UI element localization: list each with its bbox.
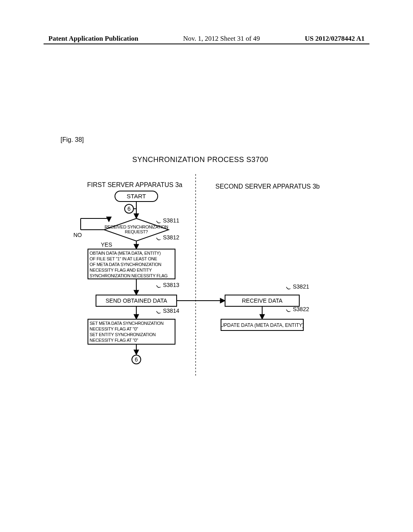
setflags-l1: SET META DATA SYNCHRONIZATION	[90, 321, 164, 326]
label-s3821: S3821	[293, 283, 309, 290]
no-label: NO	[73, 232, 82, 238]
decision-line2: REQUEST?	[125, 229, 148, 234]
label-s3814: S3814	[163, 308, 179, 314]
process-title: SYNCHRONIZATION PROCESS S3700	[132, 156, 268, 164]
connector-6-bottom: 6	[135, 356, 138, 363]
label-s3812: S3812	[163, 234, 179, 241]
decision-line1: RECEIVED SYNCHRONIZATION	[104, 224, 168, 229]
update-box: UPDATE DATA (META DATA, ENTITY)	[221, 322, 304, 328]
obtain-l4: NECESSITY FLAG AND ENTITY	[90, 268, 152, 272]
header-center: Nov. 1, 2012 Sheet 31 of 49	[183, 35, 260, 43]
connector-6-top: 6	[127, 206, 131, 212]
flowchart: START 6 RECEIVED SYNCHRONIZATION REQUEST…	[60, 174, 351, 389]
start-node: START	[127, 193, 146, 200]
header-rule	[44, 44, 369, 44]
obtain-l5: SYNCHRONIZATION NECESSITY FLAG	[90, 273, 168, 278]
setflags-l2: NECESSITY FLAG AT "0"	[90, 326, 138, 331]
figure-label: [Fig. 38]	[60, 136, 84, 143]
setflags-l3: SET ENTITY SYNCHRONIZATION	[90, 332, 156, 337]
obtain-l2: OF FILE SET "1" IN AT LEAST ONE	[90, 256, 157, 261]
header-right: US 2012/0278442 A1	[305, 35, 365, 43]
obtain-l1: OBTAIN DATA (META DATA, ENTITY)	[90, 251, 161, 256]
send-box: SEND OBTAINED DATA	[106, 297, 167, 304]
label-s3811: S3811	[163, 217, 179, 224]
receive-box: RECEIVE DATA	[242, 297, 283, 304]
page-header: Patent Application Publication Nov. 1, 2…	[0, 35, 413, 43]
yes-label: YES	[101, 241, 112, 248]
label-s3822: S3822	[293, 306, 309, 312]
header-left: Patent Application Publication	[48, 35, 138, 43]
label-s3813: S3813	[163, 282, 179, 288]
obtain-l3: OF META DATA SYNCHRONIZATION	[90, 262, 161, 267]
setflags-l4: NECESSITY FLAG AT "0"	[90, 338, 138, 343]
